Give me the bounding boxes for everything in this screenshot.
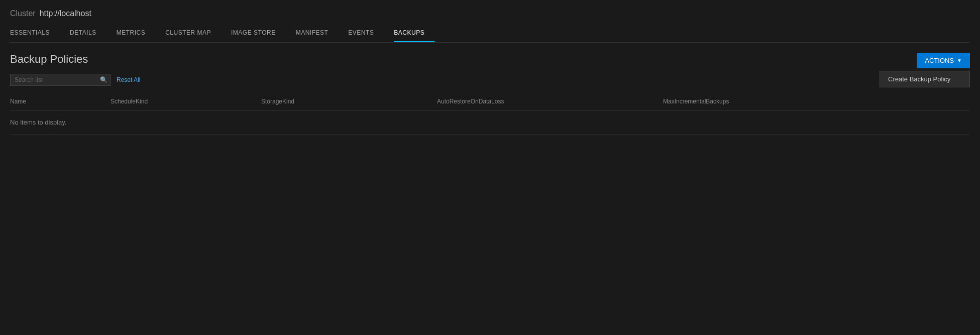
header: Cluster http://localhost ESSENTIALS DETA… [0,0,980,43]
column-header-max-incremental: MaxIncrementalBackups [663,96,814,107]
tab-backups[interactable]: BACKUPS [394,25,434,42]
actions-dropdown: Create Backup Policy [880,71,970,87]
chevron-down-icon: ▼ [957,58,962,63]
tab-details[interactable]: DETAILS [70,25,106,42]
tab-events[interactable]: EVENTS [348,25,384,42]
column-header-name: Name [10,96,111,107]
main-content: Backup Policies 🔍 Reset All ACTIONS ▼ Cr… [0,43,980,145]
tab-manifest[interactable]: MANIFEST [296,25,339,42]
tab-metrics[interactable]: METRICS [117,25,156,42]
tab-essentials[interactable]: ESSENTIALS [10,25,60,42]
column-header-auto-restore: AutoRestoreOnDataLoss [437,96,663,107]
table-header: Name ScheduleKind StorageKind AutoRestor… [10,93,970,110]
column-header-schedule-kind: ScheduleKind [111,96,261,107]
actions-button[interactable]: ACTIONS ▼ [917,53,970,68]
actions-label: ACTIONS [925,57,954,64]
nav-tabs: ESSENTIALS DETAILS METRICS CLUSTER MAP I… [10,25,970,43]
page-title: Backup Policies [10,53,970,66]
search-container: 🔍 [10,74,111,86]
empty-message: No items to display. [10,110,970,135]
cluster-title: Cluster http://localhost [10,9,970,18]
table-container: Name ScheduleKind StorageKind AutoRestor… [10,93,970,135]
cluster-url: http://localhost [40,9,91,18]
column-header-storage-kind: StorageKind [261,96,437,107]
reset-all-button[interactable]: Reset All [117,76,140,83]
tab-image-store[interactable]: IMAGE STORE [231,25,286,42]
create-backup-policy-item[interactable]: Create Backup Policy [880,71,969,87]
tab-cluster-map[interactable]: CLUSTER MAP [165,25,221,42]
cluster-label: Cluster [10,9,36,18]
search-input[interactable] [10,74,111,86]
toolbar: 🔍 Reset All [10,74,970,86]
